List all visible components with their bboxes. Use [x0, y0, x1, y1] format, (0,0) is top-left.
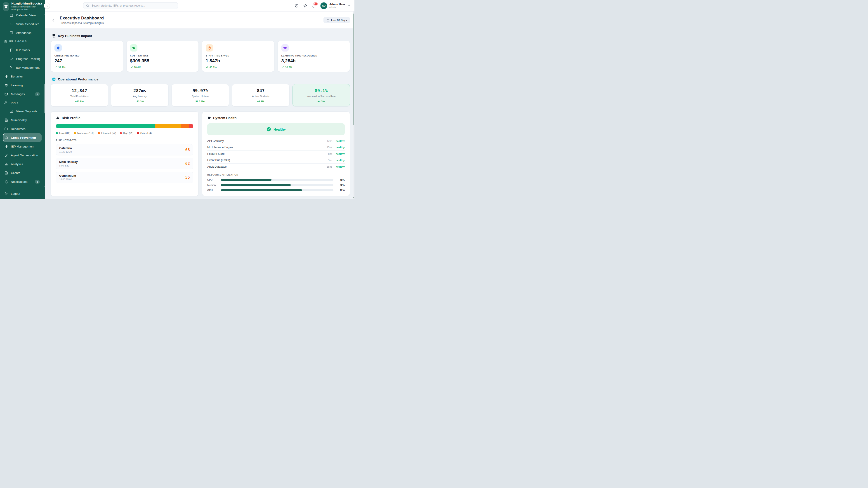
- sidebar-item-agent-orchestration[interactable]: Agent Orchestration: [3, 151, 41, 160]
- check-circle-icon: [266, 127, 271, 132]
- sidebar-item-label: Logout: [11, 192, 20, 195]
- op-card-intervention-success-rate: 89.1%Intervention Success Rate+4.3%: [292, 84, 350, 106]
- search-icon: [86, 4, 89, 7]
- trend-value: 45.2%: [210, 66, 217, 69]
- notifications-button[interactable]: 9+: [312, 4, 316, 8]
- global-search[interactable]: [83, 2, 178, 9]
- resource-bar-track: [221, 179, 333, 181]
- sidebar-item-notifications[interactable]: Notifications2: [3, 177, 41, 186]
- bell-icon: [4, 180, 8, 184]
- service-latency: 45ms: [327, 146, 332, 149]
- sidebar-footer: Logout: [0, 188, 45, 199]
- service-metrics: 12mshealthy: [327, 140, 345, 142]
- resource-utilization-heading: RESOURCE UTILIZATION: [207, 173, 345, 176]
- history-icon: [294, 4, 299, 8]
- sidebar-collapse-button[interactable]: [44, 3, 50, 9]
- op-value: 99.97%: [174, 88, 226, 93]
- op-card-system-uptime: 99.97%System UptimeSLA Met: [172, 84, 229, 106]
- search-input[interactable]: [91, 4, 175, 7]
- bar-chart-icon: [4, 162, 8, 166]
- trend-up-icon: [55, 66, 57, 69]
- sidebar-item-label: IEP Goals: [16, 48, 30, 52]
- legend-label: Critical (4): [141, 132, 152, 134]
- legend-label: Moderate (158): [77, 132, 94, 134]
- metric-value: 3,284h: [281, 58, 346, 64]
- metric-trend: 28.4%: [130, 66, 195, 69]
- sidebar-item-municipality[interactable]: Municipality: [3, 116, 41, 124]
- resource-name: GPU: [207, 189, 220, 192]
- date-range-button[interactable]: Last 30 Days: [323, 17, 350, 23]
- dashboard-content: Key Business Impact CRISES PREVENTED2473…: [45, 29, 354, 196]
- legend-item-elevated: Elevated (52): [98, 132, 116, 134]
- history-button[interactable]: [294, 4, 299, 8]
- grad-cap-icon: [4, 4, 8, 9]
- health-status: Healthy: [274, 127, 286, 131]
- scroll-down-arrow[interactable]: [352, 197, 354, 198]
- metric-label: COST SAVINGS: [130, 55, 195, 57]
- sidebar-item-crisis-prevention[interactable]: Crisis Prevention: [3, 133, 41, 142]
- scroll-up-arrow[interactable]: [43, 14, 45, 15]
- sidebar-item-calendar-view[interactable]: Calendar View: [3, 13, 41, 20]
- legend-label: Elevated (52): [101, 132, 116, 134]
- page-header: Executive Dashboard Business Impact & St…: [45, 11, 354, 29]
- service-metrics: 45mshealthy: [327, 146, 345, 149]
- op-trend: SLA Met: [174, 100, 226, 103]
- hotspot-name: Main Hallway: [59, 160, 78, 164]
- sidebar-item-clients[interactable]: Clients: [3, 168, 41, 177]
- trend-up-icon: [281, 66, 284, 69]
- building-icon: [4, 171, 8, 175]
- sidebar-item-logout[interactable]: Logout: [3, 190, 42, 198]
- impact-card-crises-prevented: CRISES PREVENTED24732.1%: [51, 41, 123, 72]
- calendar-icon: [327, 19, 330, 22]
- op-trend: -12.3%: [114, 100, 166, 103]
- risk-panel-header: Risk Profile: [56, 116, 193, 120]
- flag-icon: [9, 48, 13, 52]
- hotspot-row-gymnasium[interactable]: Gymnasium14:00-15:0055: [56, 172, 193, 183]
- trend-up-icon: [206, 66, 209, 69]
- op-card-total-predictions: 12,847Total Predictions+23.5%: [51, 84, 108, 106]
- checklist-icon: [9, 31, 13, 35]
- user-menu[interactable]: AU Admin User admin: [320, 2, 350, 9]
- system-panel-header: System Health: [207, 116, 345, 120]
- sidebar-item-visual-supports[interactable]: Visual Supports: [3, 107, 41, 116]
- back-button[interactable]: [50, 18, 57, 22]
- risk-segment-elevated: [181, 124, 189, 128]
- scroll-down-arrow[interactable]: [43, 186, 45, 187]
- sidebar-item-iep-management[interactable]: IEP Management: [3, 142, 41, 151]
- sidebar-section-label: TOOLS: [9, 101, 18, 104]
- hotspot-row-cafeteria[interactable]: Cafeteria11:30-12:3068: [56, 144, 193, 156]
- service-metrics: 15mshealthy: [327, 165, 345, 168]
- resource-row-cpu: CPU45%: [207, 178, 345, 181]
- service-latency: 8ms: [328, 153, 333, 155]
- list-icon: [9, 22, 13, 26]
- sidebar-item-resources[interactable]: Resources: [3, 125, 41, 133]
- sidebar-item-label: Analytics: [11, 162, 23, 166]
- sidebar-item-learning[interactable]: Learning: [3, 81, 41, 90]
- brain-icon: [4, 74, 8, 78]
- app-root: Nexgile-MuniSpectra Specialized Intellig…: [0, 0, 354, 199]
- sidebar-item-visual-schedules[interactable]: Visual Schedules: [3, 20, 41, 28]
- hotspot-info: Gymnasium14:00-15:00: [59, 174, 76, 181]
- sidebar-item-iep-goals[interactable]: IEP Goals: [3, 46, 41, 54]
- sidebar-item-attendance[interactable]: Attendance: [3, 29, 41, 37]
- resource-percent: 72%: [337, 189, 345, 192]
- sidebar-item-messages[interactable]: Messages5: [3, 90, 41, 98]
- operational-cards-row: 12,847Total Predictions+23.5%287msAvg La…: [51, 84, 350, 106]
- op-label: Active Students: [235, 95, 287, 98]
- arrow-left-icon: [52, 18, 56, 22]
- sidebar-scrollbar-thumb[interactable]: [43, 84, 45, 113]
- hotspot-row-main-hallway[interactable]: Main Hallway8:00-8:3062: [56, 158, 193, 169]
- resource-bar-fill: [221, 189, 302, 191]
- favorites-button[interactable]: [303, 4, 307, 8]
- page-title-block: Executive Dashboard Business Impact & St…: [60, 15, 104, 25]
- sidebar-item-behavior[interactable]: Behavior: [3, 72, 41, 80]
- sidebar-item-label: Visual Schedules: [16, 22, 39, 26]
- resource-row-memory: Memory62%: [207, 184, 345, 186]
- building-icon: [4, 118, 8, 122]
- calendar-icon: [9, 13, 13, 17]
- page-scrollbar-thumb[interactable]: [353, 13, 354, 125]
- sidebar-item-progress-tracking[interactable]: Progress Tracking: [3, 55, 41, 63]
- sidebar: Nexgile-MuniSpectra Specialized Intellig…: [0, 0, 45, 199]
- sidebar-item-iep-management[interactable]: IEP Management: [3, 63, 41, 72]
- sidebar-item-analytics[interactable]: Analytics: [3, 160, 41, 168]
